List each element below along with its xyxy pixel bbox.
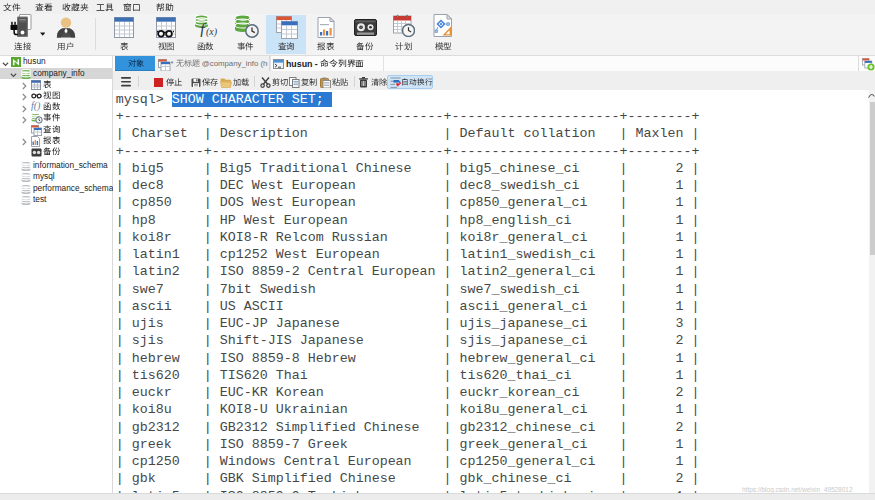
svg-text:(x): (x) [206, 26, 218, 37]
